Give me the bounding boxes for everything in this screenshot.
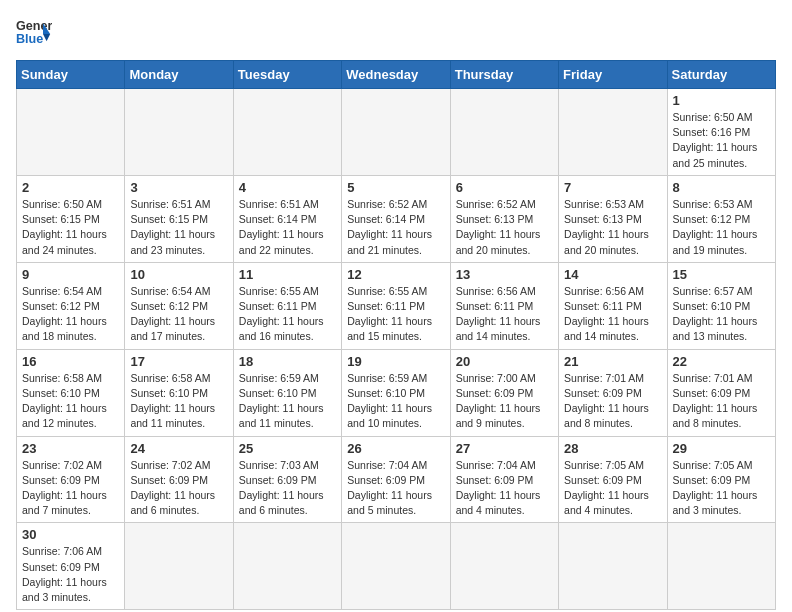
calendar-cell [233,523,341,610]
calendar-cell [559,89,667,176]
day-info: Sunrise: 6:57 AMSunset: 6:10 PMDaylight:… [673,284,770,345]
calendar-cell: 2Sunrise: 6:50 AMSunset: 6:15 PMDaylight… [17,175,125,262]
day-info: Sunrise: 6:56 AMSunset: 6:11 PMDaylight:… [564,284,661,345]
day-info: Sunrise: 6:51 AMSunset: 6:14 PMDaylight:… [239,197,336,258]
calendar-cell: 29Sunrise: 7:05 AMSunset: 6:09 PMDayligh… [667,436,775,523]
calendar-cell [125,523,233,610]
day-number: 6 [456,180,553,195]
day-info: Sunrise: 6:58 AMSunset: 6:10 PMDaylight:… [22,371,119,432]
day-number: 26 [347,441,444,456]
day-info: Sunrise: 7:05 AMSunset: 6:09 PMDaylight:… [564,458,661,519]
day-number: 20 [456,354,553,369]
calendar-cell: 4Sunrise: 6:51 AMSunset: 6:14 PMDaylight… [233,175,341,262]
calendar-cell [17,89,125,176]
day-number: 19 [347,354,444,369]
calendar-cell: 23Sunrise: 7:02 AMSunset: 6:09 PMDayligh… [17,436,125,523]
day-number: 29 [673,441,770,456]
day-info: Sunrise: 6:56 AMSunset: 6:11 PMDaylight:… [456,284,553,345]
day-number: 14 [564,267,661,282]
day-info: Sunrise: 6:51 AMSunset: 6:15 PMDaylight:… [130,197,227,258]
day-number: 12 [347,267,444,282]
calendar-cell [559,523,667,610]
calendar-cell: 21Sunrise: 7:01 AMSunset: 6:09 PMDayligh… [559,349,667,436]
day-info: Sunrise: 7:04 AMSunset: 6:09 PMDaylight:… [456,458,553,519]
day-info: Sunrise: 6:52 AMSunset: 6:13 PMDaylight:… [456,197,553,258]
calendar: SundayMondayTuesdayWednesdayThursdayFrid… [16,60,776,610]
calendar-cell: 5Sunrise: 6:52 AMSunset: 6:14 PMDaylight… [342,175,450,262]
day-number: 10 [130,267,227,282]
logo: General Blue [16,16,52,52]
day-number: 27 [456,441,553,456]
day-number: 3 [130,180,227,195]
day-number: 21 [564,354,661,369]
calendar-cell [125,89,233,176]
day-info: Sunrise: 7:06 AMSunset: 6:09 PMDaylight:… [22,544,119,605]
day-number: 7 [564,180,661,195]
calendar-cell: 10Sunrise: 6:54 AMSunset: 6:12 PMDayligh… [125,262,233,349]
day-number: 16 [22,354,119,369]
day-number: 11 [239,267,336,282]
day-number: 22 [673,354,770,369]
day-info: Sunrise: 6:50 AMSunset: 6:16 PMDaylight:… [673,110,770,171]
day-info: Sunrise: 6:54 AMSunset: 6:12 PMDaylight:… [22,284,119,345]
day-number: 17 [130,354,227,369]
calendar-cell: 26Sunrise: 7:04 AMSunset: 6:09 PMDayligh… [342,436,450,523]
day-info: Sunrise: 6:59 AMSunset: 6:10 PMDaylight:… [347,371,444,432]
calendar-cell: 19Sunrise: 6:59 AMSunset: 6:10 PMDayligh… [342,349,450,436]
day-number: 18 [239,354,336,369]
day-info: Sunrise: 7:04 AMSunset: 6:09 PMDaylight:… [347,458,444,519]
week-row-5: 23Sunrise: 7:02 AMSunset: 6:09 PMDayligh… [17,436,776,523]
week-row-2: 2Sunrise: 6:50 AMSunset: 6:15 PMDaylight… [17,175,776,262]
day-info: Sunrise: 6:54 AMSunset: 6:12 PMDaylight:… [130,284,227,345]
calendar-cell: 16Sunrise: 6:58 AMSunset: 6:10 PMDayligh… [17,349,125,436]
calendar-cell: 22Sunrise: 7:01 AMSunset: 6:09 PMDayligh… [667,349,775,436]
day-number: 13 [456,267,553,282]
day-number: 24 [130,441,227,456]
calendar-cell [233,89,341,176]
day-number: 28 [564,441,661,456]
week-row-6: 30Sunrise: 7:06 AMSunset: 6:09 PMDayligh… [17,523,776,610]
week-row-1: 1Sunrise: 6:50 AMSunset: 6:16 PMDaylight… [17,89,776,176]
day-number: 1 [673,93,770,108]
calendar-cell: 15Sunrise: 6:57 AMSunset: 6:10 PMDayligh… [667,262,775,349]
calendar-cell: 12Sunrise: 6:55 AMSunset: 6:11 PMDayligh… [342,262,450,349]
calendar-cell: 28Sunrise: 7:05 AMSunset: 6:09 PMDayligh… [559,436,667,523]
day-number: 4 [239,180,336,195]
day-info: Sunrise: 7:02 AMSunset: 6:09 PMDaylight:… [22,458,119,519]
day-header-sunday: Sunday [17,61,125,89]
day-header-thursday: Thursday [450,61,558,89]
logo-icon: General Blue [16,16,52,52]
day-info: Sunrise: 7:01 AMSunset: 6:09 PMDaylight:… [673,371,770,432]
calendar-cell: 7Sunrise: 6:53 AMSunset: 6:13 PMDaylight… [559,175,667,262]
calendar-cell: 18Sunrise: 6:59 AMSunset: 6:10 PMDayligh… [233,349,341,436]
calendar-cell: 24Sunrise: 7:02 AMSunset: 6:09 PMDayligh… [125,436,233,523]
calendar-cell: 9Sunrise: 6:54 AMSunset: 6:12 PMDaylight… [17,262,125,349]
calendar-cell [667,523,775,610]
day-header-wednesday: Wednesday [342,61,450,89]
day-number: 25 [239,441,336,456]
week-row-4: 16Sunrise: 6:58 AMSunset: 6:10 PMDayligh… [17,349,776,436]
week-row-3: 9Sunrise: 6:54 AMSunset: 6:12 PMDaylight… [17,262,776,349]
day-headers-row: SundayMondayTuesdayWednesdayThursdayFrid… [17,61,776,89]
day-header-monday: Monday [125,61,233,89]
calendar-cell [342,89,450,176]
svg-marker-3 [43,34,50,41]
calendar-cell [342,523,450,610]
day-number: 8 [673,180,770,195]
day-number: 5 [347,180,444,195]
calendar-cell: 30Sunrise: 7:06 AMSunset: 6:09 PMDayligh… [17,523,125,610]
day-info: Sunrise: 7:03 AMSunset: 6:09 PMDaylight:… [239,458,336,519]
day-number: 23 [22,441,119,456]
day-info: Sunrise: 6:55 AMSunset: 6:11 PMDaylight:… [347,284,444,345]
day-info: Sunrise: 6:53 AMSunset: 6:13 PMDaylight:… [564,197,661,258]
day-info: Sunrise: 6:53 AMSunset: 6:12 PMDaylight:… [673,197,770,258]
day-number: 2 [22,180,119,195]
calendar-cell: 20Sunrise: 7:00 AMSunset: 6:09 PMDayligh… [450,349,558,436]
calendar-cell: 6Sunrise: 6:52 AMSunset: 6:13 PMDaylight… [450,175,558,262]
day-number: 9 [22,267,119,282]
day-header-tuesday: Tuesday [233,61,341,89]
calendar-cell [450,523,558,610]
page-header: General Blue [16,16,776,52]
calendar-cell: 8Sunrise: 6:53 AMSunset: 6:12 PMDaylight… [667,175,775,262]
calendar-cell: 13Sunrise: 6:56 AMSunset: 6:11 PMDayligh… [450,262,558,349]
